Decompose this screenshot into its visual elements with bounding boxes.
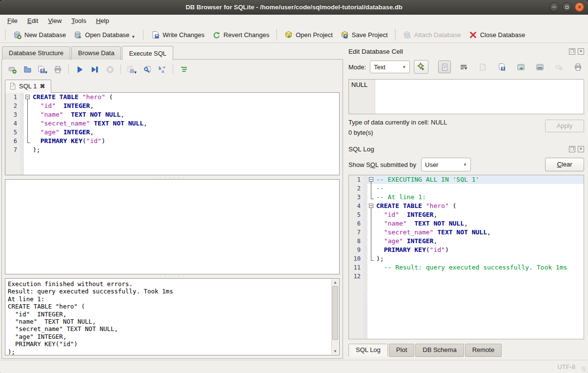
code-line-5[interactable]: 5 "id" INTEGER, <box>349 210 584 219</box>
close-dock-icon[interactable]: ✕ <box>578 146 584 152</box>
execution-status-pane[interactable]: Execution finished without errors. Resul… <box>5 278 340 355</box>
scroll-up-icon[interactable]: ▲ <box>332 279 339 286</box>
open-database-button[interactable]: Open Database▼ <box>70 28 139 41</box>
tab-execute-sql[interactable]: Execute SQL <box>122 46 173 60</box>
menu-help[interactable]: Help <box>92 16 114 26</box>
code-line-5[interactable]: 5 "age" INTEGER, <box>5 128 339 137</box>
fold-marker <box>367 210 375 219</box>
copy-link-button[interactable] <box>533 61 546 73</box>
find-icon <box>143 65 151 73</box>
menu-tools[interactable]: Tools <box>67 16 90 26</box>
cell-editor-text-area[interactable] <box>375 80 584 114</box>
format-sql-button[interactable] <box>179 64 189 75</box>
new-sql-tab-button[interactable] <box>7 64 18 75</box>
code-line-3[interactable]: 3-- At line 1: <box>349 193 584 202</box>
save-sql-file-button[interactable]: ▼ <box>37 64 48 75</box>
scroll-down-icon[interactable]: ▼ <box>332 348 339 354</box>
code-line-11[interactable]: 11 -- Result: query executed successfull… <box>349 263 584 272</box>
dock-tab-remote[interactable]: Remote <box>465 344 502 357</box>
close-button[interactable]: ✕ <box>575 2 584 12</box>
text-mode-button[interactable] <box>438 61 451 73</box>
query-results-grid-pane[interactable] <box>5 179 340 274</box>
results-scrollbar[interactable]: ▲ ▼ <box>331 279 339 354</box>
dock-tab-sql-log[interactable]: SQL Log <box>348 344 388 357</box>
code-line-1[interactable]: 1CREATE TABLE "hero" ( <box>5 93 339 102</box>
resize-grip[interactable] <box>582 367 587 372</box>
maximize-button[interactable] <box>562 2 571 12</box>
tab-database-structure[interactable]: Database Structure <box>2 46 70 60</box>
find-button[interactable] <box>142 64 152 75</box>
submitted-by-select[interactable]: User ▼ <box>421 158 471 171</box>
open-external-button[interactable] <box>514 61 527 73</box>
sql-editor-pane[interactable]: 1CREATE TABLE "hero" (2 "id" INTEGER,3 "… <box>5 92 340 175</box>
minimize-button[interactable]: ─ <box>549 2 559 12</box>
save-results-icon <box>126 65 135 73</box>
code-line-2[interactable]: 2-- <box>349 184 584 193</box>
open-sql-file-button[interactable] <box>22 64 33 75</box>
cell-editor[interactable]: NULL <box>348 79 584 114</box>
write-changes-button[interactable]: Write Changes <box>147 28 208 41</box>
gutter-margin <box>364 246 367 254</box>
close-sql-tab-icon[interactable]: ✖ <box>40 83 45 90</box>
chevron-down-icon[interactable]: ▼ <box>44 70 48 75</box>
close-dock-icon[interactable]: ✕ <box>578 48 584 55</box>
open-project-button[interactable]: Open Project <box>281 28 337 41</box>
menu-view[interactable]: View <box>43 16 66 26</box>
code-line-4[interactable]: 4 "secret_name" TEXT NOT NULL, <box>5 119 339 128</box>
code-filler <box>5 154 339 175</box>
sql-doc-tab[interactable]: SQL 1 ✖ <box>5 80 51 93</box>
dock-tab-db-schema[interactable]: DB Schema <box>415 344 464 357</box>
menu-file[interactable]: File <box>3 16 22 26</box>
export-data-button[interactable] <box>495 61 508 73</box>
sql-log-pane[interactable]: 1-- EXECUTING ALL IN 'SQL 1'2--3-- At li… <box>348 175 584 339</box>
scrollbar-thumb[interactable] <box>332 286 338 340</box>
code-line-2[interactable]: 2 "id" INTEGER, <box>5 102 339 110</box>
revert-changes-button[interactable]: Revert Changes <box>208 28 273 41</box>
print-sql-button[interactable] <box>52 64 63 75</box>
gutter-margin <box>364 228 367 237</box>
dock-tab-plot[interactable]: Plot <box>389 344 414 357</box>
line-number: 2 <box>349 184 364 193</box>
stop-execution-icon <box>106 65 114 73</box>
results-splitter[interactable]: · · · · · · <box>5 274 340 278</box>
clear-log-button[interactable]: Clear <box>545 158 584 171</box>
execute-line-button[interactable] <box>89 64 100 75</box>
float-dock-icon[interactable]: ❐ <box>569 146 575 152</box>
copy-link-icon <box>536 62 544 71</box>
apply-button[interactable]: Apply <box>545 120 584 132</box>
fold-marker[interactable] <box>367 175 375 184</box>
menu-edit[interactable]: Edit <box>23 16 42 26</box>
title-bar[interactable]: DB Browser for SQLite - /home/user/code/… <box>0 0 588 15</box>
code-line-12[interactable]: 12 <box>349 272 584 281</box>
code-line-6[interactable]: 6 "name" TEXT NOT NULL, <box>349 219 584 228</box>
close-database-button[interactable]: Close Database <box>465 28 529 41</box>
float-dock-icon[interactable]: ❐ <box>569 48 575 55</box>
code-line-3[interactable]: 3 "name" TEXT NOT NULL, <box>5 110 339 119</box>
gutter-margin <box>364 193 367 202</box>
word-wrap-button[interactable] <box>457 61 470 73</box>
encoding-indicator[interactable]: UTF-8 <box>557 363 575 371</box>
code-line-7[interactable]: 7 "secret_name" TEXT NOT NULL, <box>349 228 584 237</box>
chevron-down-icon[interactable]: ▼ <box>131 35 135 39</box>
tab-browse-data[interactable]: Browse Data <box>71 46 121 60</box>
execute-all-button[interactable] <box>74 64 85 75</box>
gutter-margin <box>364 219 367 228</box>
code-line-4[interactable]: 4CREATE TABLE "hero" ( <box>349 202 584 210</box>
line-number: 6 <box>349 219 364 228</box>
auto-switch-mode-button[interactable] <box>414 60 428 74</box>
fold-marker[interactable] <box>367 202 375 210</box>
mode-select[interactable]: Text ▼ <box>370 61 410 73</box>
code-line-1[interactable]: 1-- EXECUTING ALL IN 'SQL 1' <box>349 175 584 184</box>
editor-splitter[interactable]: · · · · · · <box>5 175 340 179</box>
line-number: 4 <box>349 202 364 210</box>
find-replace-button[interactable]: ba <box>157 64 167 75</box>
new-database-button[interactable]: New Database <box>9 28 70 41</box>
code-line-8[interactable]: 8 "age" INTEGER, <box>349 237 584 246</box>
code-line-10[interactable]: 10); <box>349 254 584 263</box>
code-line-6[interactable]: 6 PRIMARY KEY("id") <box>5 137 339 145</box>
print-cell-button[interactable] <box>571 61 584 73</box>
code-line-9[interactable]: 9 PRIMARY KEY("id") <box>349 246 584 254</box>
save-project-button[interactable]: Save Project <box>337 28 392 41</box>
code-line-7[interactable]: 7); <box>5 145 339 154</box>
fold-marker[interactable] <box>24 93 31 102</box>
